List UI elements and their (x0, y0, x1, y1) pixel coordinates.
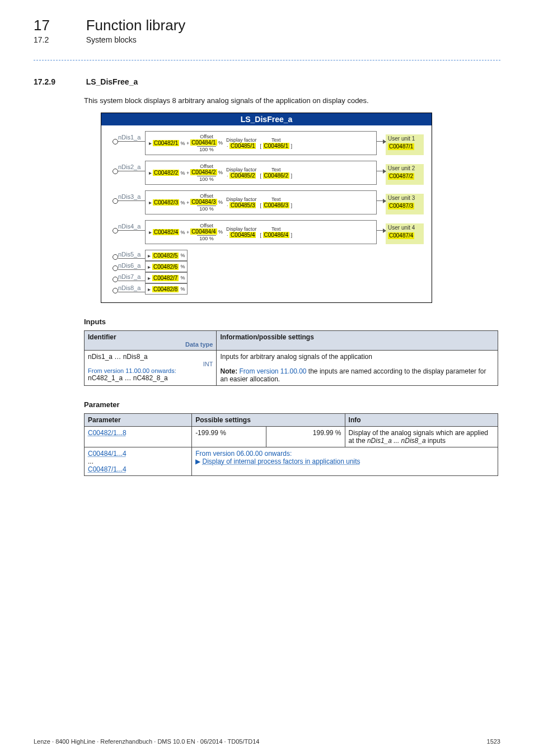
footer-page-number: 1523 (487, 738, 500, 745)
pct-label: % (180, 286, 185, 292)
code-pill: C00482/1 (153, 140, 179, 146)
arrowhead-icon (383, 139, 386, 144)
input-note: Note: From version 11.00.00 the inputs a… (220, 367, 494, 383)
arrow-icon: ▸ (148, 275, 151, 281)
code-pill: C00485/2 (229, 172, 256, 179)
page-root: 17 Function library 17.2 System blocks 1… (0, 0, 534, 756)
port-label: nDis8_a (118, 284, 140, 291)
arrow-icon: ▸ (148, 264, 151, 270)
diagram-channel-row: nDis2_a▸C00482/2% +OffsetC00484/2 %100 %… (113, 161, 424, 185)
port-circle-icon (113, 169, 118, 174)
port-label: nDis6_a (118, 262, 140, 269)
connector-line (377, 200, 386, 214)
diagram-title: LS_DisFree_a (101, 113, 432, 125)
user-unit-box: User unit 4C00487/4 (386, 223, 424, 244)
code-pill: C00487/2 (388, 173, 414, 180)
text-label: Text (260, 226, 292, 232)
port-circle-icon (113, 254, 118, 260)
code-pill: C00487/3 (388, 203, 414, 210)
param-ellipsis: ... (88, 458, 188, 465)
display-factor-label: Display factor (226, 226, 257, 232)
port-line: nDis6_a (118, 269, 145, 270)
simple-channel-box: ▸C00482/6% (145, 261, 188, 272)
text-label: Text (260, 197, 292, 202)
port-label: nDis3_a (118, 193, 140, 200)
arrow-icon: ▶ (195, 458, 200, 465)
user-unit-box: User unit 1C00487/1 (386, 134, 424, 155)
arrow-icon: ▸ (148, 253, 151, 259)
diagram-simple-row: nDis5_a▸C00482/5% (113, 250, 432, 261)
port-label: nDis2_a (118, 164, 140, 170)
code-pill: C00482/7 (152, 275, 179, 281)
hundred-label: 100 % (190, 176, 223, 182)
arrow-icon: ▸ (149, 199, 152, 206)
pct-label: % (180, 275, 185, 281)
parameter-heading: Parameter (84, 400, 500, 409)
col-settings: Possible settings (192, 414, 345, 427)
port-circle-icon (113, 139, 118, 144)
offset-label: Offset (190, 164, 223, 169)
connector-line (377, 171, 386, 185)
note-version: From version 11.00.00 (239, 367, 306, 375)
param-cross-link[interactable]: Display of internal process factors in a… (202, 458, 360, 465)
arrowhead-icon (383, 199, 386, 203)
offset-label: Offset (190, 193, 223, 199)
pct-label: % + (180, 230, 189, 235)
pct-label: % (180, 253, 185, 258)
section-number: 17.2.9 (34, 77, 84, 86)
text-label: Text (260, 167, 292, 172)
col-datatype: Data type (88, 341, 213, 348)
display-factor-label: Display factor (226, 137, 257, 143)
channel-box: ▸C00482/4% +OffsetC00484/4 %100 %Display… (145, 220, 377, 244)
channel-box: ▸C00482/1% +OffsetC00484/1 %100 %Display… (145, 131, 377, 155)
section-description: This system block displays 8 arbitrary a… (84, 96, 500, 105)
arrow-icon: ▸ (148, 286, 151, 292)
code-pill: C00482/3 (153, 199, 179, 206)
pct-label: % + (180, 170, 189, 176)
chapter-title: Function library (86, 17, 186, 34)
param-link-row1[interactable]: C00482/1...8 (88, 429, 127, 437)
input-id-range-2: nC482_1_a … nC482_8_a (88, 374, 213, 382)
simple-channel-box: ▸C00482/7% (145, 272, 188, 283)
channel-box: ▸C00482/2% +OffsetC00484/2 %100 %Display… (145, 161, 377, 185)
port-circle-icon (113, 265, 118, 271)
chapter-number: 17 (34, 17, 84, 34)
text-label: Text (260, 137, 292, 143)
col-identifier: Identifier (88, 333, 213, 341)
code-pill: C00485/1 (229, 143, 256, 149)
user-unit-label: User unit 4 (388, 225, 421, 232)
code-pill: C00482/6 (152, 264, 179, 270)
note-prefix: Note: (220, 367, 239, 375)
param-link-g1[interactable]: C00484/1...4 (88, 450, 127, 458)
channel-box: ▸C00482/3% +OffsetC00484/3 %100 %Display… (145, 190, 377, 214)
section-heading: 17.2.9 LS_DisFree_a (34, 77, 500, 86)
port-label: nDis5_a (118, 251, 140, 258)
connector-line (377, 230, 386, 244)
port-line: nDis5_a (118, 258, 145, 259)
input-id-range-1: nDis1_a … nDis8_a (88, 353, 213, 361)
user-unit-label: User unit 2 (388, 165, 421, 172)
hundred-label: 100 % (190, 147, 223, 152)
diagram-simple-row: nDis6_a▸C00482/6% (113, 261, 432, 272)
port-line: nDis8_a (118, 292, 145, 292)
page-header: 17 Function library (34, 17, 500, 34)
code-pill: C00486/2 (263, 172, 289, 179)
section-title: LS_DisFree_a (86, 77, 138, 86)
inputs-heading: Inputs (84, 318, 500, 326)
col-info2: Info (345, 414, 498, 427)
user-unit-label: User unit 1 (388, 136, 421, 143)
code-pill: C00482/8 (152, 286, 179, 292)
diagram-channel-row: nDis4_a▸C00482/4% +OffsetC00484/4 %100 %… (113, 220, 424, 244)
code-pill: C00482/4 (153, 229, 179, 235)
input-from-version: From version 11.00.00 onwards: (88, 367, 213, 374)
hundred-label: 100 % (190, 206, 223, 212)
code-pill: C00487/4 (388, 232, 414, 240)
diagram-channel-row: nDis3_a▸C00482/3% +OffsetC00484/3 %100 %… (113, 190, 424, 214)
code-pill: C00486/3 (263, 202, 289, 208)
port-line: nDis4_a (118, 230, 145, 244)
code-pill: C00485/4 (229, 232, 256, 238)
display-factor-label: Display factor (226, 167, 257, 172)
port-circle-icon (113, 228, 118, 234)
arrow-icon: ▸ (149, 229, 152, 235)
param-link-g2[interactable]: C00487/1...4 (88, 465, 127, 473)
